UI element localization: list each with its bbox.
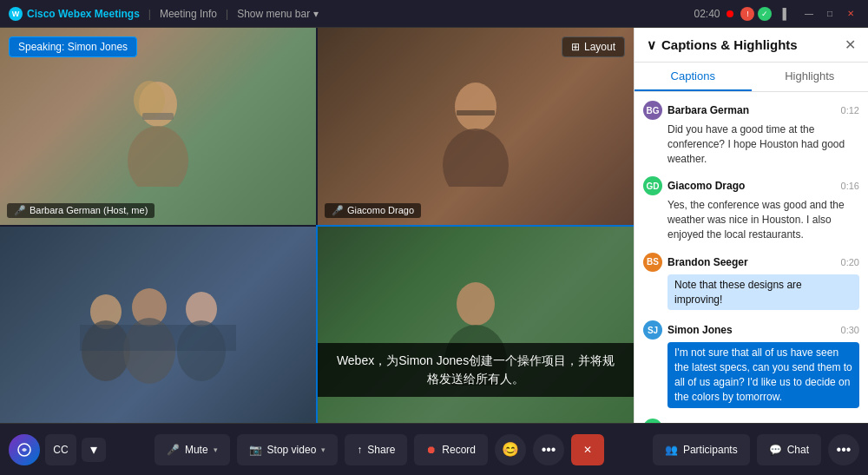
show-menu-link[interactable]: Show menu bar ▾ (237, 8, 318, 20)
right-panel: ∨ Captions & Highlights ✕ Captions Highl… (634, 28, 868, 423)
tab-captions[interactable]: Captions (635, 63, 752, 91)
panel-chevron: ∨ (647, 37, 656, 53)
more-options-button[interactable]: ••• (828, 434, 859, 465)
emoji-icon: 😊 (502, 441, 519, 458)
panel-title: ∨ Captions & Highlights (647, 37, 798, 53)
cisco-icon: W (9, 7, 23, 21)
status-icon-red: ! (740, 7, 754, 21)
video-cell-p4: Webex，为Simon Jones创建一个操作项目，并将规格发送给所有人。 (318, 227, 634, 424)
toolbar-right: 👥 Participants 💬 Chat ••• (653, 434, 859, 465)
msg-header-giacomo-1: GD Giacomo Drago 0:16 (643, 176, 859, 195)
window-controls: — □ ✕ (800, 5, 859, 23)
person-svg-giacomo (432, 65, 519, 187)
svg-rect-13 (80, 325, 236, 351)
person-svg-p3 (80, 264, 236, 386)
avatar-simon: SJ (643, 320, 662, 340)
mic-icon-giacomo: 🎤 (332, 205, 344, 216)
tab-highlights[interactable]: Highlights (752, 63, 869, 91)
app-logo: W Cisco Webex Meetings (9, 7, 140, 21)
participants-icon: 👥 (665, 444, 678, 456)
time-display: 02:40 (694, 8, 720, 20)
avatar-brandon: BS (643, 253, 662, 272)
svg-rect-5 (457, 110, 495, 115)
person-svg-barbara (115, 65, 201, 187)
msg-sender-barbara: BG Barbara German (643, 101, 749, 120)
mic-icon-barbara: 🎤 (14, 205, 26, 216)
chat-icon: 💬 (769, 444, 782, 456)
msg-header-simon: SJ Simon Jones 0:30 (643, 320, 859, 340)
message-brandon: BS Brandon Seeger 0:20 Note that these d… (643, 253, 859, 311)
message-barbara: BG Barbara German 0:12 Did you have a go… (643, 101, 859, 166)
msg-sender-giacomo-1: GD Giacomo Drago (643, 176, 745, 195)
svg-point-14 (457, 282, 495, 326)
msg-text-barbara: Did you have a good time at the conferen… (643, 122, 859, 166)
caption-overlay: Webex，为Simon Jones创建一个操作项目，并将规格发送给所有人。 (318, 343, 634, 397)
msg-text-brandon: Note that these designs are improving! (667, 274, 859, 311)
more-options-icon: ••• (837, 442, 852, 458)
video-icon: 📷 (249, 444, 262, 456)
end-meeting-button[interactable]: ✕ (571, 434, 604, 465)
meeting-info-link[interactable]: Meeting Info (160, 8, 217, 20)
ai-icon (16, 442, 32, 458)
end-icon: ✕ (583, 444, 592, 456)
chevron-down-icon: ▾ (90, 441, 97, 458)
more-button[interactable]: ••• (533, 434, 564, 465)
status-icons: ! ✓ (740, 7, 772, 21)
msg-header-brandon: BS Brandon Seeger 0:20 (643, 253, 859, 272)
share-button[interactable]: ↑ Share (345, 434, 407, 465)
message-simon: SJ Simon Jones 0:30 I'm not sure that al… (643, 320, 859, 407)
minimize-button[interactable]: — (800, 5, 818, 23)
wifi-icon: ▐ (779, 8, 786, 20)
msg-text-simon: I'm not sure that all of us have seen th… (667, 342, 859, 407)
chat-button[interactable]: 💬 Chat (757, 434, 821, 465)
share-icon: ↑ (357, 444, 362, 456)
sep1: | (148, 8, 151, 20)
participant-label-barbara: 🎤 Barbara German (Host, me) (7, 203, 155, 218)
msg-header-barbara: BG Barbara German 0:12 (643, 101, 859, 120)
speaking-indicator: Speaking: Simon Jones (9, 36, 137, 57)
panel-close-button[interactable]: ✕ (845, 36, 856, 53)
participant-label-giacomo: 🎤 Giacomo Drago (325, 203, 421, 218)
close-button[interactable]: ✕ (842, 5, 859, 23)
toolbar: CC ▾ 🎤 Mute ▾ 📷 Stop video ▾ ↑ Share ⏺ R… (0, 423, 868, 475)
toolbar-left: CC ▾ (9, 434, 106, 465)
video-grid: 🎤 Barbara German (Host, me) 🎤 Giacomo Dr… (0, 28, 634, 423)
svg-point-6 (443, 129, 509, 187)
svg-point-1 (128, 126, 188, 187)
main-content: Speaking: Simon Jones ⊞ Layout 🎤 Barbara… (0, 28, 868, 423)
panel-header: ∨ Captions & Highlights ✕ (635, 28, 868, 63)
msg-sender-brandon: BS Brandon Seeger (643, 253, 748, 272)
maximize-button[interactable]: □ (821, 5, 838, 23)
mute-button[interactable]: 🎤 Mute ▾ (155, 434, 230, 465)
captions-button[interactable]: CC (45, 434, 76, 465)
svg-rect-3 (142, 113, 174, 120)
stop-video-button[interactable]: 📷 Stop video ▾ (237, 434, 339, 465)
messages-area: BG Barbara German 0:12 Did you have a go… (635, 92, 868, 423)
toolbar-center: 🎤 Mute ▾ 📷 Stop video ▾ ↑ Share ⏺ Record… (155, 434, 604, 465)
emoji-button[interactable]: 😊 (495, 434, 526, 465)
captions-icon: CC (53, 444, 68, 456)
ai-assistant-button[interactable] (9, 434, 40, 465)
avatar-giacomo: GD (643, 176, 662, 195)
captions-arrow-button[interactable]: ▾ (82, 438, 106, 462)
panel-tabs: Captions Highlights (635, 63, 868, 92)
video-cell-p3 (0, 227, 316, 424)
mute-arrow: ▾ (214, 445, 218, 454)
sep2: | (226, 8, 228, 20)
layout-button[interactable]: ⊞ Layout (562, 36, 625, 57)
participants-button[interactable]: 👥 Participants (653, 434, 750, 465)
record-icon: ⏺ (426, 444, 437, 456)
video-area: Speaking: Simon Jones ⊞ Layout 🎤 Barbara… (0, 28, 634, 423)
svg-point-4 (455, 82, 496, 131)
record-button[interactable]: ⏺ Record (414, 434, 488, 465)
chevron-down-icon: ▾ (313, 8, 319, 20)
titlebar-right: 02:40 ! ✓ ▐ — □ ✕ (694, 5, 859, 23)
avatar-barbara: BG (643, 101, 662, 120)
titlebar: W Cisco Webex Meetings | Meeting Info | … (0, 0, 868, 28)
video-arrow: ▾ (321, 445, 326, 454)
recording-indicator (727, 10, 733, 17)
message-giacomo-1: GD Giacomo Drago 0:16 Yes, the conferenc… (643, 176, 859, 241)
app-name: Cisco Webex Meetings (27, 8, 140, 20)
status-icon-green: ✓ (758, 7, 772, 21)
msg-sender-simon: SJ Simon Jones (643, 320, 733, 340)
